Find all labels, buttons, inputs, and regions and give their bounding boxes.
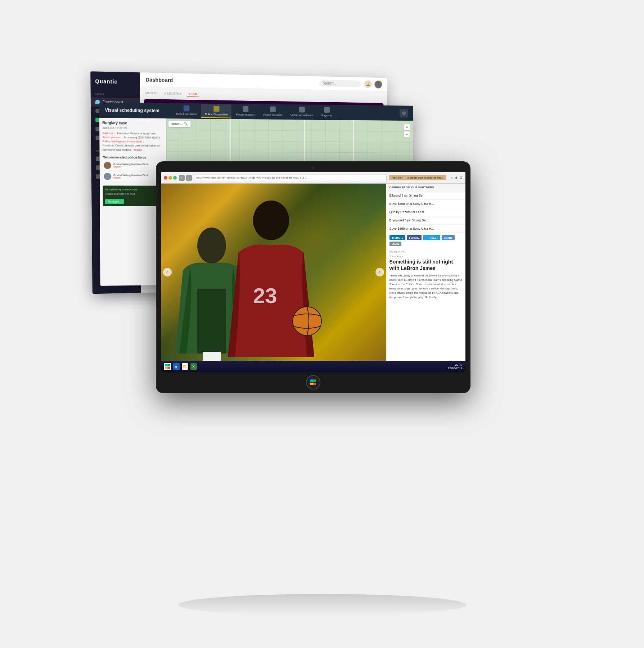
officer-2-info: Mr.sanshiWang Nanshan Publi... Report <box>113 174 150 179</box>
home-win-quad-4 <box>313 383 316 386</box>
nav-bayonet[interactable]: Bayonet <box>318 105 335 119</box>
dispatch-button[interactable]: Re dispat... <box>105 199 124 204</box>
player-cavs-svg: 23 <box>217 195 325 361</box>
svg-point-10 <box>293 307 321 336</box>
nav-video-surveillance[interactable]: Video surveillance <box>287 105 317 119</box>
offer-3[interactable]: Quality Razors for Less! <box>387 208 465 216</box>
twitter-share-btn[interactable]: 🐦 TWEET <box>423 235 440 240</box>
facebook-icon: f <box>409 237 410 239</box>
home-win-quad-3 <box>310 383 313 386</box>
clock-time: 22:47 <box>448 363 462 366</box>
tablet-camera <box>312 166 315 169</box>
browser-tab[interactable]: msn.com - 3 things you missed as the... <box>389 175 447 180</box>
share-btn[interactable]: SHARE <box>442 235 455 240</box>
email-share-btn[interactable]: EMAIL <box>389 242 402 246</box>
windows-logo <box>165 364 170 369</box>
police-nav: Real-time alarm Police Disposition Polic… <box>172 104 335 120</box>
search-input[interactable] <box>319 80 361 87</box>
next-slide-btn[interactable]: › <box>375 268 384 276</box>
tab-month[interactable]: MONTH <box>144 90 159 96</box>
clock-date: 22/06/2014 <box>448 366 462 370</box>
offer-4[interactable]: Brynwood 5 pc Dining Set <box>387 216 465 225</box>
scheduling-text: Please deal with it at once <box>105 193 161 195</box>
tablet-home-button[interactable] <box>306 375 320 390</box>
officer-1-info: Mr.sanshiWang Nanshan Publi... Report <box>113 163 150 168</box>
settings-icon[interactable]: ⚙ <box>459 176 463 180</box>
player-cavs: 23 <box>217 195 325 361</box>
map-controls: + − <box>404 124 410 138</box>
scheduling-label: Scheduling instruction <box>105 188 161 191</box>
slide-count: 2/4 SLIDES <box>389 251 463 254</box>
share-buttons: in SHARE f SHARE 🐦 TWEET SHARE <box>387 233 465 248</box>
nav-police-sit-1[interactable]: Police situation <box>232 104 258 118</box>
tab-6months[interactable]: 6 MONTHS <box>163 91 183 96</box>
page-content: 23 ‹ › <box>161 184 465 361</box>
recommended-force: Recommended police force Mr.sanshiWang N… <box>102 156 163 181</box>
nav-police-sit-2[interactable]: Police situation <box>260 105 286 119</box>
win-quad-4 <box>167 367 170 369</box>
article-meta: 2/4 SLIDES © Ken Blaze Something is stil… <box>387 248 465 302</box>
win-quad-1 <box>165 364 167 366</box>
ie-icon[interactable]: e <box>173 363 180 370</box>
bayonet-icon <box>324 107 329 113</box>
officer-2-avatar <box>104 173 111 180</box>
officer-1: Mr.sanshiWang Nanshan Publi... Report <box>102 161 163 170</box>
back-btn[interactable]: ‹ <box>179 175 185 181</box>
user-avatar[interactable]: 👤 <box>374 80 382 88</box>
case-title: Burglary case <box>102 121 163 126</box>
offer-1[interactable]: Ellwood 5 pc Dining Set <box>387 192 465 200</box>
browser-nav: ‹ › <box>179 175 192 181</box>
recommended-label: Recommended police force <box>102 156 163 159</box>
browser-actions: ⌂ ★ ⚙ <box>451 176 462 180</box>
browser-chrome: ‹ › http://www.msn.com/en-us/sports/nba/… <box>161 172 465 184</box>
police-sit-icon-2 <box>270 106 276 112</box>
chart-tabs: MONTH 6 MONTHS YEAR <box>144 90 383 100</box>
case-details-link[interactable]: details <box>133 148 142 151</box>
browser-window-controls <box>164 176 177 180</box>
nav-realtime[interactable]: Real-time alarm <box>172 104 200 118</box>
home-icon[interactable]: ⌂ <box>451 176 453 180</box>
close-btn[interactable] <box>164 176 167 180</box>
offer-2[interactable]: Save $800 on a Sony Ultra H... <box>387 200 465 208</box>
case-time: 2016-3-5 12:22:25 <box>102 126 163 130</box>
maximize-btn[interactable] <box>173 176 177 180</box>
minimize-btn[interactable] <box>168 176 172 180</box>
svg-text:23: 23 <box>253 284 277 308</box>
offer-5[interactable]: Save $500 on a Sony Ultra H... <box>387 225 465 233</box>
taskbar: e 📁 X 22:47 22/06/2014 <box>161 361 465 372</box>
taskbar-clock: 22:47 22/06/2014 <box>448 363 462 370</box>
police-title: Visual scheduling system <box>105 108 159 113</box>
tab-year[interactable]: YEAR <box>186 91 198 97</box>
basketball-image: 23 ‹ › <box>161 184 386 361</box>
home-win-quad-2 <box>313 379 316 382</box>
map-search-box: seach.... 🔍 <box>168 121 191 127</box>
file-explorer-icon[interactable]: 📁 <box>182 363 188 370</box>
notification-icon[interactable]: 🔔 <box>364 80 371 88</box>
address-bar[interactable]: http://www.msn.com/en-us/sports/nba/3-th… <box>194 175 387 181</box>
officer-2-name: Mr.sanshiWang Nanshan Publi... <box>113 174 150 176</box>
tablet-screen: ‹ › http://www.msn.com/en-us/sports/nba/… <box>161 172 465 372</box>
prev-slide-btn[interactable]: ‹ <box>163 268 172 276</box>
offers-header: OFFERS FROM OUR PARTNERS <box>387 184 465 192</box>
disposition-icon <box>213 106 219 112</box>
forward-btn[interactable]: › <box>186 175 192 181</box>
zoom-out-btn[interactable]: − <box>404 131 409 138</box>
linkedin-share-btn[interactable]: in SHARE <box>389 235 406 240</box>
officer-1-name: Mr.sanshiWang Nanshan Publi... <box>113 163 150 166</box>
facebook-share-btn[interactable]: f SHARE <box>407 235 422 240</box>
police-sit-icon-1 <box>243 106 248 112</box>
gear-button[interactable]: ⚙ <box>400 109 408 117</box>
zoom-in-btn[interactable]: + <box>404 124 409 130</box>
win-quad-2 <box>167 364 170 366</box>
nav-disposition[interactable]: Police Disposition <box>201 104 231 118</box>
reflection <box>178 594 466 616</box>
star-icon[interactable]: ★ <box>455 176 458 180</box>
excel-icon[interactable]: X <box>190 363 197 370</box>
officer-2-report[interactable]: Report <box>113 176 150 179</box>
home-win-quad-1 <box>310 379 313 382</box>
search-icon[interactable]: 🔍 <box>184 122 188 126</box>
officer-1-avatar <box>104 162 111 169</box>
start-button[interactable] <box>164 363 171 370</box>
article-left: 23 ‹ › <box>161 184 386 361</box>
officer-1-report[interactable]: Report <box>113 165 150 168</box>
